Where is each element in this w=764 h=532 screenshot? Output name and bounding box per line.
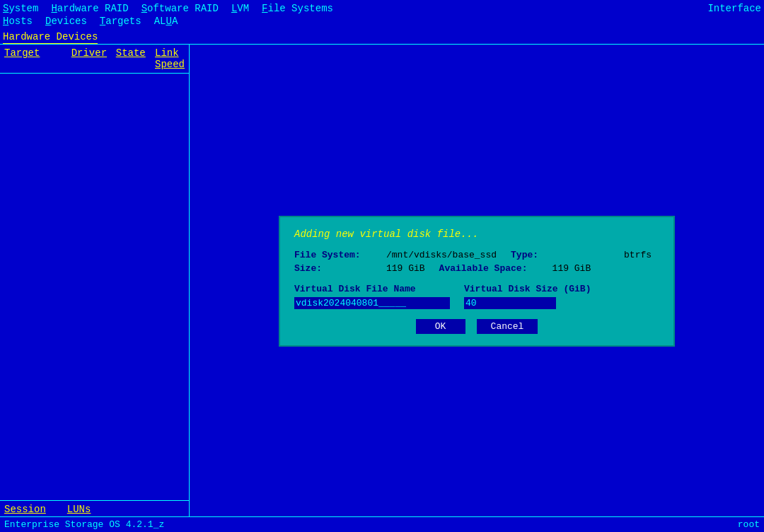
disk-size-input[interactable] bbox=[464, 297, 556, 309]
menu-hardware-raid[interactable]: Hardware RAID bbox=[51, 3, 128, 14]
menu-system[interactable]: System bbox=[3, 3, 38, 14]
type-value: btrfs bbox=[624, 250, 652, 260]
menu-targets[interactable]: Targets bbox=[100, 16, 141, 27]
dialog-title: Adding new virtual disk file... bbox=[294, 229, 659, 240]
luns-link[interactable]: LUNs bbox=[67, 504, 91, 515]
menu-devices[interactable]: Devices bbox=[45, 16, 87, 27]
right-panel: Adding new virtual disk file... File Sys… bbox=[190, 44, 764, 518]
cancel-button[interactable]: Cancel bbox=[477, 319, 538, 334]
filesystem-label: File System: bbox=[294, 250, 386, 260]
table-area bbox=[0, 74, 189, 500]
status-left: Enterprise Storage OS 4.2.1_z bbox=[4, 519, 164, 530]
available-label: Available Space: bbox=[439, 263, 552, 274]
col-target[interactable]: Target bbox=[4, 47, 71, 70]
type-label: Type: bbox=[511, 250, 624, 260]
session-link[interactable]: Session bbox=[4, 504, 46, 515]
size-label: Size: bbox=[294, 263, 386, 274]
col-driver[interactable]: Driver bbox=[71, 47, 116, 70]
menu-software-raid[interactable]: Software RAID bbox=[141, 3, 219, 14]
menu-hosts[interactable]: Hosts bbox=[3, 16, 33, 27]
filesystem-value: /mnt/vdisks/base_ssd bbox=[386, 250, 497, 260]
col-state[interactable]: State bbox=[116, 47, 155, 70]
field-name-header: Virtual Disk File Name bbox=[294, 284, 464, 294]
ok-button[interactable]: OK bbox=[416, 319, 465, 334]
hardware-devices-label: Hardware Devices bbox=[3, 31, 98, 44]
col-linkspeed[interactable]: Link Speed bbox=[155, 47, 185, 70]
dialog: Adding new virtual disk file... File Sys… bbox=[279, 216, 675, 347]
menu-interface[interactable]: Interface bbox=[707, 3, 761, 14]
menu-file-systems[interactable]: File Systems bbox=[262, 3, 333, 14]
status-right: root bbox=[738, 519, 760, 530]
size-value: 119 GiB bbox=[386, 263, 425, 274]
menu-alua[interactable]: ALUA bbox=[154, 16, 178, 27]
field-size-header: Virtual Disk Size (GiB) bbox=[464, 284, 659, 294]
available-value: 119 GiB bbox=[552, 263, 591, 274]
disk-name-input[interactable] bbox=[294, 297, 450, 309]
menu-lvm[interactable]: LVM bbox=[231, 3, 249, 14]
